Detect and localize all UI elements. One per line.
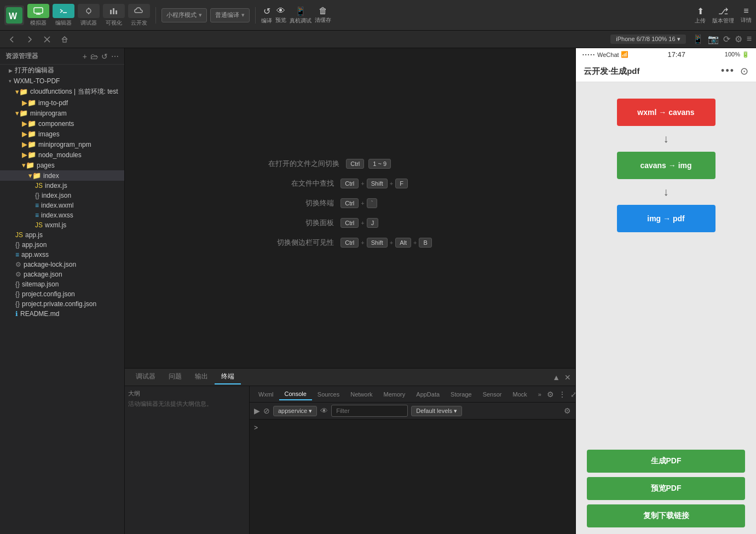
console-play-icon[interactable]: ▶ [254,406,260,415]
screenshot-icon[interactable]: 📷 [708,34,719,44]
console-filter-input[interactable] [331,405,408,417]
sidebar-item-miniprogram[interactable]: ▾📁 miniprogram [0,108,124,118]
sidebar-item-index-folder[interactable]: ▾📁 index [0,170,124,181]
minimize-icon[interactable]: ▲ [552,373,560,382]
close-panel-icon[interactable]: ✕ [564,373,571,382]
sidebar-item-images[interactable]: ▶📁 images [0,129,124,139]
console-tab-sources[interactable]: Sources [312,389,345,400]
sidebar-item-index-wxss[interactable]: ≡ index.wxss [0,210,124,220]
bottom-tab-actions: ▲ ✕ [552,373,571,382]
sidebar-item-components[interactable]: ▶📁 components [0,118,124,129]
detail-btn[interactable]: ≡ 详情 [741,6,752,24]
compile-mode-select[interactable]: 普通编译 ▾ [210,8,250,22]
sidebar-item-app-json[interactable]: {} app.json [0,240,124,250]
console-tab-sensor[interactable]: Sensor [477,389,507,400]
tab-issues[interactable]: 问题 [162,370,188,384]
upload-btn[interactable]: ⬆ 上传 [695,6,706,25]
appservice-label: appservice [278,407,307,414]
console-expand-icon[interactable]: ⤢ [570,390,575,399]
console-tab-appdata[interactable]: AppData [411,389,445,400]
project-section[interactable]: ▾ WXML-TO-PDF [0,76,124,86]
visualize-btn[interactable]: 可视化 [103,4,125,27]
sidebar-item-package-lock[interactable]: ⚙ package-lock.json [0,260,124,269]
console-tab-console[interactable]: Console [279,388,312,400]
sidebar-item-node-modules[interactable]: ▶📁 node_modules [0,150,124,160]
sidebar-item-index-wxml[interactable]: ≡ index.wxml [0,200,124,210]
console-pause-icon[interactable]: ⊘ [263,406,270,415]
shortcut-keys-2: Ctrl + Shift + F [341,179,408,188]
app-js-icon: JS [15,231,23,239]
img-pdf-btn[interactable]: img → pdf [617,205,715,232]
appservice-selector[interactable]: appservice ▾ [273,406,317,416]
sidebar-item-project-private[interactable]: {} project.private.config.json [0,299,124,309]
forward-btn[interactable] [22,36,37,43]
preview-pdf-btn[interactable]: 预览PDF [587,477,745,500]
console-tab-wxml[interactable]: Wxml [253,389,279,400]
sidebar-item-img-to-pdf[interactable]: ▶📁 img-to-pdf [0,97,124,108]
recent-chevron: ▶ [9,68,13,73]
editor-content: 在打开的文件之间切换 Ctrl 1 ~ 9 在文件中查找 Ctrl + Shif… [125,48,575,368]
sidebar-item-index-js[interactable]: JS index.js [0,181,124,191]
sidebar-item-index-json[interactable]: {} index.json [0,191,124,200]
console-tab-network[interactable]: Network [345,389,378,400]
phone-sim-icon[interactable]: 📱 [692,34,703,44]
sidebar-item-miniprogram-npm[interactable]: ▶📁 miniprogram_npm [0,139,124,150]
console-settings-icon[interactable]: ⚙ [547,390,554,399]
more-icon[interactable]: ≡ [747,34,752,44]
toolbar-separator2 [255,7,256,24]
mode-select[interactable]: 小程序模式 ▾ [161,8,207,22]
console-settings2-icon[interactable]: ⚙ [564,406,571,415]
stop-btn[interactable] [39,36,55,43]
rotate-icon[interactable]: ⟳ [723,34,730,44]
settings-icon[interactable]: ⚙ [735,34,742,44]
copy-link-btn[interactable]: 复制下载链接 [587,504,745,527]
simulator-btn[interactable]: 模拟器 [27,4,49,27]
folder-icon-index: ▾📁 [28,171,41,180]
log-level-selector[interactable]: Default levels ▾ [411,406,462,416]
sidebar-item-package[interactable]: ⚙ package.json [0,269,124,279]
back-btn[interactable] [4,36,20,43]
cloud-btn[interactable]: 云开发 [128,4,150,27]
refresh-files-icon[interactable]: ↺ [101,52,108,61]
eye-toggle-icon[interactable]: 👁 [320,406,328,415]
realtest-btn[interactable]: 📱 真机调试 [290,6,311,25]
console-layout-icon[interactable]: ⋮ [558,390,566,399]
sidebar-header: 资源管理器 + 🗁 ↺ ⋯ [0,48,124,65]
tab-terminal[interactable]: 终端 [215,370,241,384]
cavans-img-btn[interactable]: cavans → img [617,152,715,179]
sidebar-item-pages[interactable]: ▾📁 pages [0,160,124,170]
collapse-icon[interactable]: ⋯ [111,52,119,61]
shortcut-keys-3: Ctrl + ` [341,198,377,208]
sidebar-item-readme[interactable]: ℹ README.md [0,309,124,319]
sidebar-item-cloudfunctions[interactable]: ▾📁 cloudfunctions | 当前环境: test [0,86,124,97]
device-info[interactable]: iPhone 6/7/8 100% 16 ▾ [610,35,685,44]
wxml-cavans-btn[interactable]: wxml → cavans [617,99,715,126]
sidebar-item-wxml-js[interactable]: JS wxml.js [0,220,124,230]
console-tab-storage[interactable]: Storage [445,389,477,400]
refresh-btn[interactable]: ↺ 编译 [261,6,272,25]
clearcache-btn[interactable]: 🗑 清缓存 [315,6,331,24]
sidebar-item-sitemap[interactable]: {} sitemap.json [0,279,124,289]
debugger-btn[interactable]: 调试器 [78,4,100,27]
new-folder-icon[interactable]: 🗁 [90,52,98,61]
bottom-outer-tabs: 调试器 问题 输出 终端 ▲ ✕ [125,369,575,386]
console-tab-more[interactable]: » [533,389,547,400]
sidebar-item-app-wxss[interactable]: ≡ app.wxss [0,250,124,260]
phone-dots-icon[interactable]: ••• [721,65,735,77]
project-chevron: ▾ [9,78,11,84]
sidebar-item-project-config[interactable]: {} project.config.json [0,289,124,299]
new-file-icon[interactable]: + [83,52,87,61]
phone-record-icon[interactable]: ⊙ [740,65,748,77]
tab-debugger[interactable]: 调试器 [129,370,162,384]
version-btn[interactable]: ⎇ 版本管理 [712,6,734,25]
tab-output[interactable]: 输出 [188,370,215,384]
recent-editors-section[interactable]: ▶ 打开的编辑器 [0,65,124,76]
home-btn[interactable] [57,36,72,43]
editor-btn[interactable]: 编辑器 [53,4,74,27]
sidebar-item-app-js[interactable]: JS app.js [0,230,124,240]
generate-pdf-btn[interactable]: 生成PDF [587,450,745,473]
preview-btn[interactable]: 👁 预览 [275,6,286,24]
key-shift-2: Shift [367,179,388,188]
console-tab-memory[interactable]: Memory [378,389,411,400]
console-tab-mock[interactable]: Mock [507,389,533,400]
